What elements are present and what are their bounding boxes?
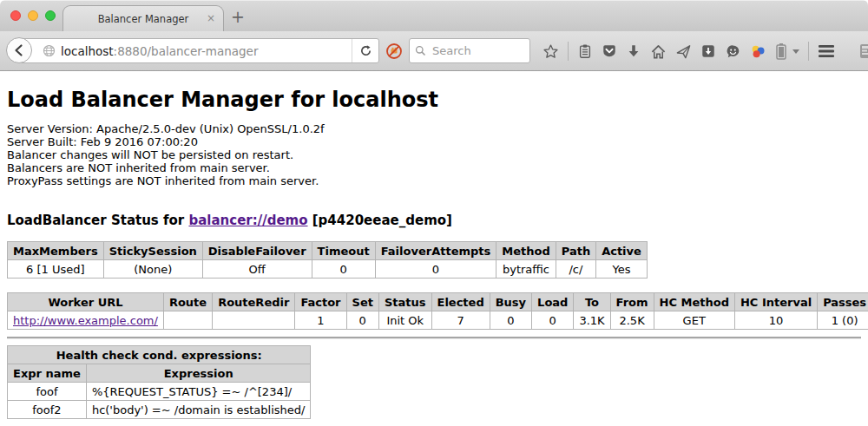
paper-plane-icon[interactable] — [675, 43, 692, 60]
balancer-header-cell: Method — [496, 242, 556, 260]
reload-button[interactable] — [352, 44, 378, 57]
worker-header-cell: To — [574, 293, 610, 311]
balancer-cell: 6 [1 Used] — [8, 260, 104, 279]
server-built-line: Server Built: Feb 9 2016 07:00:20 — [7, 135, 861, 148]
balancer-header-row: MaxMembersStickySessionDisableFailoverTi… — [8, 242, 648, 260]
worker-header-cell: Load — [532, 293, 574, 311]
worker-header-cell: Worker URL — [8, 293, 164, 311]
worker-cell: 3.1K — [574, 311, 610, 330]
worker-header-cell: Factor — [295, 293, 346, 311]
clipboard-icon[interactable] — [577, 43, 593, 59]
balancer-cell: /c/ — [556, 260, 595, 279]
search-input[interactable] — [431, 43, 524, 58]
worker-cell: 10 — [734, 311, 817, 330]
worker-cell: GET — [654, 311, 734, 330]
battery-icon[interactable] — [775, 43, 787, 60]
window-controls — [10, 10, 56, 21]
back-arrow-icon — [12, 43, 26, 57]
tab-close-icon[interactable]: × — [207, 13, 215, 23]
balancer-cell: Off — [202, 260, 312, 279]
horizontal-rule — [7, 337, 861, 339]
worker-cell — [213, 311, 295, 330]
worker-cell: 1 — [295, 311, 346, 330]
bookmark-star-icon[interactable] — [542, 43, 559, 60]
worker-cell: 0 — [532, 311, 574, 330]
back-button[interactable] — [6, 37, 32, 63]
balancers-notice-line: Balancers are NOT inherited from main se… — [7, 161, 861, 174]
balancer-data-row: 6 [1 Used](None)Off00bytraffic/c/Yes — [8, 260, 648, 279]
new-tab-button[interactable]: + — [231, 7, 245, 26]
search-bar[interactable] — [409, 38, 530, 63]
balancer-cell: Yes — [596, 260, 648, 279]
balancer-header-cell: StickySession — [103, 242, 202, 260]
balancer-header-cell: FailoverAttempts — [375, 242, 496, 260]
colored-dots-icon[interactable] — [750, 43, 766, 60]
download-icon[interactable] — [626, 43, 641, 59]
health-cell: hc('body') =~ /domain is established/ — [86, 401, 311, 419]
worker-header-cell: Set — [346, 293, 378, 311]
server-info: Server Version: Apache/2.5.0-dev (Unix) … — [7, 122, 861, 187]
worker-header-cell: RouteRedir — [213, 293, 295, 311]
worker-header-cell: Passes — [818, 293, 868, 311]
loadbalancer-status-heading: LoadBalancer Status for balancer://demo … — [7, 213, 861, 228]
heading-suffix: [p4420eeae_demo] — [308, 213, 452, 228]
worker-data-row: http://www.example.com/ 10Init Ok7003.1K… — [8, 311, 868, 330]
tab-balancer-manager[interactable]: Balancer Manager × — [62, 5, 224, 32]
close-window-button[interactable] — [10, 10, 21, 21]
zoom-window-button[interactable] — [45, 10, 56, 21]
worker-table: Worker URLRouteRouteRedirFactorSetStatus… — [7, 292, 868, 330]
keyboard-grid-icon[interactable] — [859, 43, 868, 60]
worker-cell: 0 — [346, 311, 378, 330]
health-check-table: Health check cond. expressions: Expr nam… — [7, 345, 311, 419]
home-icon[interactable] — [650, 43, 667, 60]
tab-bar: Balancer Manager × + — [0, 0, 868, 31]
worker-header-cell: Elected — [431, 293, 490, 311]
health-table-title: Health check cond. expressions: — [8, 346, 311, 364]
page-title: Load Balancer Manager for localhost — [7, 71, 861, 122]
balancer-header-cell: Timeout — [312, 242, 375, 260]
globe-icon — [43, 44, 56, 57]
chat-smiley-icon[interactable] — [725, 43, 741, 60]
balancer-cell: bytraffic — [496, 260, 556, 279]
balancer-header-cell: MaxMembers — [8, 242, 104, 260]
toolbar-icons — [542, 31, 868, 71]
proxypass-notice-line: ProxyPass settings are NOT inherited fro… — [7, 174, 861, 187]
worker-cell: 0 — [490, 311, 531, 330]
balancer-cell: 0 — [375, 260, 496, 279]
toolbar-separator — [568, 42, 569, 61]
worker-header-cell: Route — [163, 293, 212, 311]
server-version-line: Server Version: Apache/2.5.0-dev (Unix) … — [7, 122, 861, 135]
url-text: localhost:8880/balancer-manager — [61, 44, 352, 58]
download-box-icon[interactable] — [700, 43, 716, 59]
health-cell: %{REQUEST_STATUS} =~ /^[234]/ — [86, 383, 311, 401]
tab-title: Balancer Manager — [98, 13, 189, 25]
health-cell: foof2 — [8, 401, 87, 419]
dropdown-caret-icon[interactable] — [792, 49, 799, 54]
minimize-window-button[interactable] — [28, 10, 38, 21]
health-data-row: foof2hc('body') =~ /domain is establishe… — [8, 401, 311, 419]
worker-cell: Init Ok — [378, 311, 431, 330]
plugin-blocked-icon[interactable] — [385, 43, 403, 60]
browser-window: Balancer Manager × + localhost:8880/bala… — [0, 0, 868, 426]
pocket-icon[interactable] — [602, 43, 617, 59]
persist-notice-line: Balancer changes will NOT be persisted o… — [7, 148, 861, 161]
worker-header-cell: From — [610, 293, 654, 311]
toolbar-separator — [808, 42, 809, 61]
worker-cell: 7 — [431, 311, 490, 330]
balancer-demo-link[interactable]: balancer://demo — [188, 213, 307, 228]
worker-header-row: Worker URLRouteRouteRedirFactorSetStatus… — [8, 293, 868, 311]
balancer-cell: (None) — [103, 260, 202, 279]
health-header-cell: Expression — [86, 364, 311, 383]
worker-cell — [163, 311, 212, 330]
page-content: Load Balancer Manager for localhost Serv… — [0, 71, 868, 426]
worker-url-link[interactable]: http://www.example.com/ — [13, 314, 158, 327]
hamburger-menu-icon[interactable] — [818, 44, 835, 58]
url-bar[interactable]: localhost:8880/balancer-manager — [19, 38, 379, 63]
heading-prefix: LoadBalancer Status for — [7, 213, 188, 228]
balancer-cell: 0 — [312, 260, 375, 279]
balancer-header-cell: Path — [556, 242, 595, 260]
worker-cell: 1 (0) — [818, 311, 868, 330]
worker-cell: 2.5K — [610, 311, 654, 330]
health-header-row: Expr nameExpression — [8, 364, 311, 383]
balancer-header-cell: DisableFailover — [202, 242, 312, 260]
